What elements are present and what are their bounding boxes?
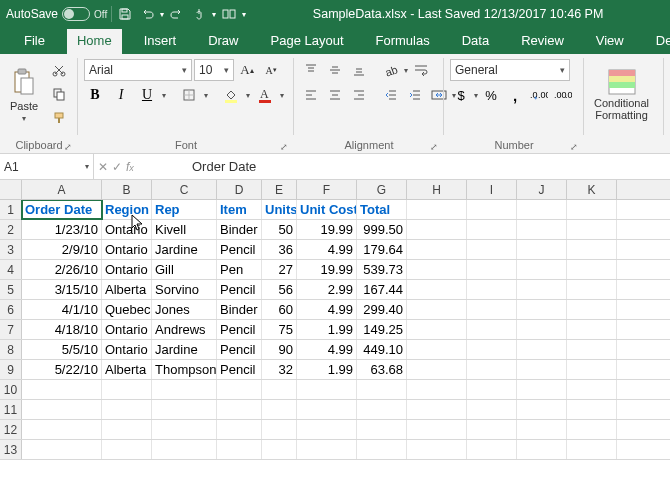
autosave-toggle[interactable]: AutoSave Off [6,7,107,21]
cell[interactable] [407,420,467,439]
row-header[interactable]: 7 [0,320,22,339]
cell[interactable] [102,440,152,459]
cell[interactable] [217,440,262,459]
percent-icon[interactable]: % [480,84,502,106]
comma-style-icon[interactable]: , [504,84,526,106]
cell[interactable]: Gill [152,260,217,279]
decrease-indent-icon[interactable] [380,84,402,106]
cell[interactable]: Pen [217,260,262,279]
cell[interactable]: Alberta [102,360,152,379]
cell[interactable]: 179.64 [357,240,407,259]
cell[interactable] [407,280,467,299]
cell[interactable]: 1.99 [297,360,357,379]
cell[interactable] [467,260,517,279]
cell[interactable] [407,400,467,419]
cell[interactable]: 449.10 [357,340,407,359]
cell[interactable] [217,400,262,419]
column-header[interactable]: C [152,180,217,199]
name-box[interactable]: A1 ▾ [0,154,94,179]
tab-home[interactable]: Home [67,29,122,54]
format-painter-icon[interactable] [48,107,70,129]
cell[interactable]: Units [262,200,297,219]
column-header[interactable]: K [567,180,617,199]
column-header[interactable]: F [297,180,357,199]
cell[interactable]: Ontario [102,240,152,259]
cell[interactable] [517,360,567,379]
cell[interactable]: 90 [262,340,297,359]
cell[interactable] [467,240,517,259]
cell[interactable] [567,260,617,279]
borders-icon[interactable] [178,84,200,106]
cell[interactable]: Order Date [22,200,102,219]
redo-icon[interactable] [168,5,186,23]
enter-formula-icon[interactable]: ✓ [112,160,122,174]
touch-mode-icon[interactable] [190,5,208,23]
cell[interactable] [467,220,517,239]
clipboard-launcher-icon[interactable]: ⤢ [64,142,72,152]
tab-review[interactable]: Review [511,29,574,54]
cell[interactable]: 2/26/10 [22,260,102,279]
cell[interactable]: 60 [262,300,297,319]
cell[interactable] [357,420,407,439]
cell[interactable]: Rep [152,200,217,219]
tab-page-layout[interactable]: Page Layout [261,29,354,54]
cell[interactable] [102,420,152,439]
cell[interactable] [467,440,517,459]
alignment-launcher-icon[interactable]: ⤢ [430,142,438,152]
cell[interactable]: Ontario [102,260,152,279]
cell[interactable] [22,400,102,419]
row-header[interactable]: 1 [0,200,22,219]
cell[interactable] [567,240,617,259]
cell[interactable]: 2/9/10 [22,240,102,259]
save-icon[interactable] [116,5,134,23]
orientation-icon[interactable]: ab [380,59,402,81]
cell[interactable] [262,400,297,419]
cell[interactable]: Pencil [217,340,262,359]
cell[interactable] [407,360,467,379]
column-header[interactable]: B [102,180,152,199]
cell[interactable]: 19.99 [297,220,357,239]
align-bottom-icon[interactable] [348,59,370,81]
cell[interactable]: 539.73 [357,260,407,279]
cell[interactable] [517,320,567,339]
cell[interactable]: 4/18/10 [22,320,102,339]
cell[interactable]: 63.68 [357,360,407,379]
cell[interactable]: Andrews [152,320,217,339]
cell[interactable]: 32 [262,360,297,379]
cell[interactable]: 19.99 [297,260,357,279]
cell[interactable] [567,280,617,299]
cell[interactable] [517,380,567,399]
cell[interactable]: 36 [262,240,297,259]
cell[interactable] [467,280,517,299]
cell[interactable] [407,340,467,359]
cell[interactable] [567,420,617,439]
fill-color-icon[interactable] [220,84,242,106]
cell[interactable] [407,320,467,339]
tab-draw[interactable]: Draw [198,29,248,54]
cell[interactable]: Pencil [217,360,262,379]
cell[interactable] [102,380,152,399]
decrease-decimal-icon[interactable]: .00.0 [552,84,574,106]
underline-button[interactable]: U [136,84,158,106]
row-header[interactable]: 11 [0,400,22,419]
cell[interactable] [517,200,567,219]
cell[interactable]: Jardine [152,240,217,259]
column-header[interactable]: H [407,180,467,199]
cell[interactable]: 50 [262,220,297,239]
row-header[interactable]: 13 [0,440,22,459]
conditional-formatting-button[interactable]: ConditionalFormatting [590,57,653,133]
select-all-corner[interactable] [0,180,22,199]
cell[interactable] [262,420,297,439]
grow-font-icon[interactable]: A▴ [236,59,258,81]
row-header[interactable]: 4 [0,260,22,279]
increase-decimal-icon[interactable]: .0.00 [528,84,550,106]
font-color-icon[interactable]: A [254,84,276,106]
cell[interactable]: Region [102,200,152,219]
cell[interactable]: 2.99 [297,280,357,299]
column-header[interactable]: A [22,180,102,199]
row-header[interactable]: 9 [0,360,22,379]
italic-button[interactable]: I [110,84,132,106]
cell[interactable] [407,380,467,399]
tab-developer[interactable]: Developer [646,29,670,54]
cell[interactable]: Jardine [152,340,217,359]
